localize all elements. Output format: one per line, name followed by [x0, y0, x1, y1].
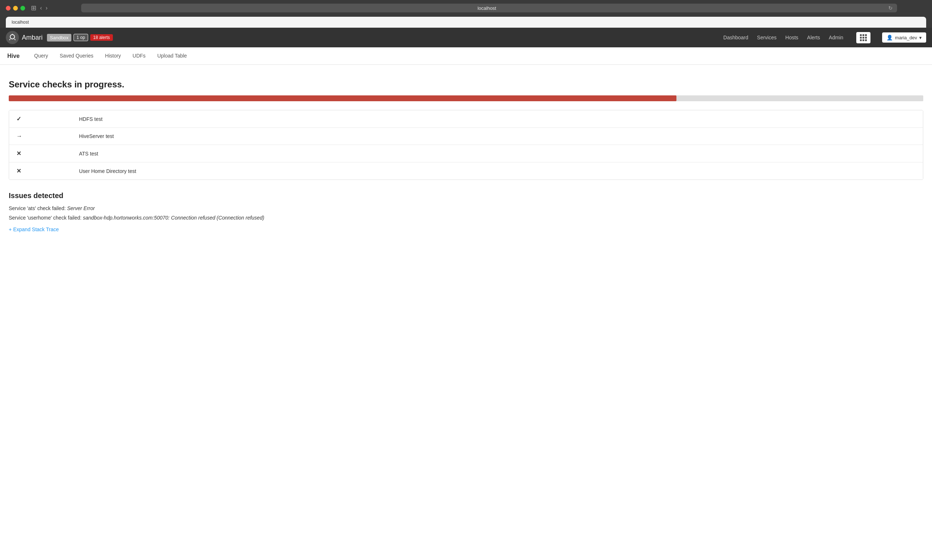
browser-chrome: ⊞ ‹ › localhost ↻ localhost: [0, 0, 932, 28]
alert-badge[interactable]: 18 alerts: [90, 34, 113, 41]
main-content: Service checks in progress. ✓ HDFS test …: [0, 65, 932, 241]
table-row: ✕ User Home Directory test: [9, 162, 923, 180]
check-success-icon: ✓: [16, 115, 28, 122]
svg-point-0: [10, 35, 15, 39]
table-row: → HiveServer test: [9, 128, 923, 145]
tab-upload-table[interactable]: Upload Table: [151, 48, 192, 65]
user-label: maria_dev: [895, 35, 917, 40]
reload-button[interactable]: ↻: [888, 5, 893, 11]
sidebar-toggle-button[interactable]: ⊞: [31, 4, 36, 12]
user-icon: 👤: [886, 35, 893, 40]
sandbox-badge: Sandbox: [47, 34, 71, 42]
progress-bar-fill: [9, 95, 677, 101]
expand-plus-icon: +: [9, 226, 12, 232]
app-title: Hive: [7, 53, 20, 59]
issue-userhome-detail: sandbox-hdp.hortonworks.com:50070: Conne…: [83, 215, 264, 221]
address-bar-url: localhost: [86, 5, 888, 11]
table-row: ✓ HDFS test: [9, 110, 923, 128]
browser-tab[interactable]: localhost: [6, 17, 926, 28]
tab-saved-queries[interactable]: Saved Queries: [54, 48, 99, 65]
tab-udfs[interactable]: UDFs: [127, 48, 151, 65]
grid-menu-button[interactable]: [856, 32, 870, 43]
tab-label: localhost: [12, 20, 29, 25]
nav-link-admin[interactable]: Admin: [829, 35, 844, 40]
check-label: User Home Directory test: [79, 168, 136, 174]
back-button[interactable]: ‹: [40, 5, 42, 11]
progress-bar-container: [9, 95, 923, 101]
grid-icon: [860, 34, 867, 41]
browser-controls: ⊞ ‹ ›: [31, 4, 48, 12]
expand-link-label: Expand Stack Trace: [13, 226, 58, 232]
top-nav: Ambari Sandbox 1 op 18 alerts Dashboard …: [0, 28, 932, 47]
issue-ats-prefix: Service 'ats' check failed:: [9, 205, 67, 211]
nav-links: Dashboard Services Hosts Alerts Admin 👤 …: [723, 32, 926, 43]
page-title: Service checks in progress.: [9, 79, 923, 89]
checks-table: ✓ HDFS test → HiveServer test ✕ ATS test…: [9, 110, 923, 180]
check-label: HiveServer test: [79, 133, 114, 139]
op-badge[interactable]: 1 op: [74, 34, 88, 41]
check-error-icon: ✕: [16, 168, 28, 174]
nav-link-alerts[interactable]: Alerts: [807, 35, 820, 40]
forward-button[interactable]: ›: [46, 5, 47, 11]
issue-userhome: Service 'userhome' check failed: sandbox…: [9, 214, 923, 222]
sub-nav-links: Query Saved Queries History UDFs Upload …: [28, 48, 193, 65]
secondary-nav: Hive Query Saved Queries History UDFs Up…: [0, 47, 932, 65]
tab-query[interactable]: Query: [28, 48, 54, 65]
user-menu-button[interactable]: 👤 maria_dev ▾: [882, 32, 926, 43]
check-error-icon: ✕: [16, 150, 28, 157]
fullscreen-button[interactable]: [20, 6, 25, 11]
nav-link-hosts[interactable]: Hosts: [785, 35, 798, 40]
issue-ats-detail: Server Error: [67, 205, 95, 211]
brand: Ambari: [6, 31, 43, 44]
app-container: Ambari Sandbox 1 op 18 alerts Dashboard …: [0, 28, 932, 560]
issue-ats: Service 'ats' check failed: Server Error: [9, 204, 923, 212]
close-button[interactable]: [6, 6, 11, 11]
table-row: ✕ ATS test: [9, 145, 923, 162]
brand-logo: [6, 31, 19, 44]
chevron-down-icon: ▾: [919, 35, 922, 40]
address-bar[interactable]: localhost ↻: [81, 4, 897, 12]
brand-name: Ambari: [22, 34, 43, 42]
nav-link-dashboard[interactable]: Dashboard: [723, 35, 749, 40]
nav-link-services[interactable]: Services: [757, 35, 777, 40]
issues-title: Issues detected: [9, 192, 923, 200]
expand-stack-trace-link[interactable]: + Expand Stack Trace: [9, 226, 58, 232]
minimize-button[interactable]: [13, 6, 18, 11]
tab-history[interactable]: History: [99, 48, 127, 65]
check-label: ATS test: [79, 151, 98, 157]
check-label: HDFS test: [79, 116, 103, 122]
traffic-lights: [6, 6, 25, 11]
check-inprogress-icon: →: [16, 133, 28, 140]
issue-userhome-prefix: Service 'userhome' check failed:: [9, 215, 83, 221]
